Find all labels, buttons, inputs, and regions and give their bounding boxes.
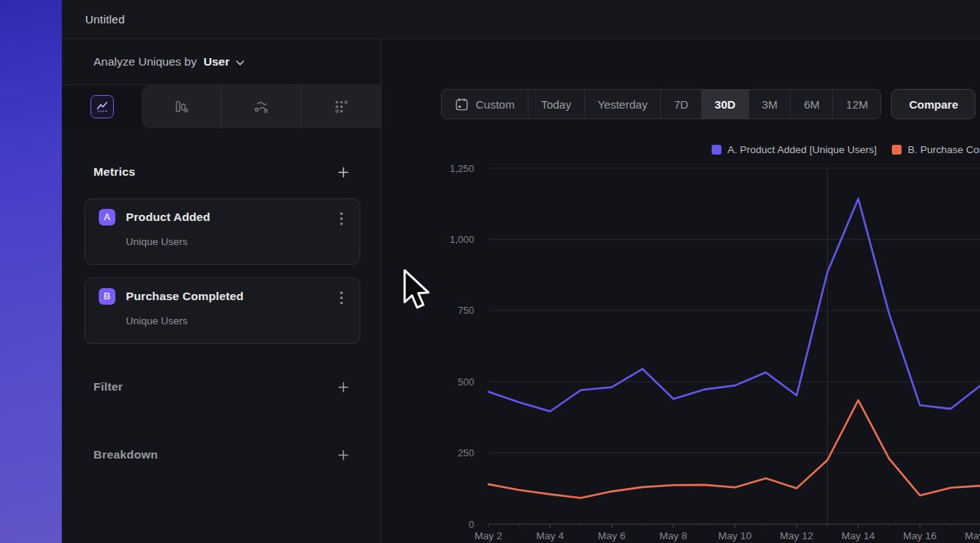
metric-card[interactable]: BPurchase CompletedUnique Users <box>84 278 360 344</box>
date-range-segmented-control: CustomTodayYesterday7D30D3M6M12M <box>441 89 881 119</box>
y-tick-label: 1,000 <box>449 234 474 245</box>
range-12m[interactable]: 12M <box>832 90 880 118</box>
legend-item[interactable]: A. Product Added [Unique Users] <box>712 144 877 155</box>
range-7d[interactable]: 7D <box>660 90 701 118</box>
bar-chart-icon <box>173 99 189 115</box>
tab-bar-chart[interactable] <box>142 85 221 128</box>
tab-flow-chart[interactable] <box>221 85 301 128</box>
kebab-menu-icon[interactable] <box>335 212 348 225</box>
filter-section-header: Filter <box>62 376 381 398</box>
series-line <box>488 198 980 411</box>
analyze-by-row: Analyze Uniques by User <box>62 39 381 85</box>
dots-grid-icon <box>333 99 349 115</box>
x-tick-label: May 18 <box>965 530 980 541</box>
chart-type-tab-group <box>142 85 381 128</box>
app-gradient-rail <box>0 0 62 543</box>
metrics-label: Metrics <box>93 165 136 179</box>
chart-legend: A. Product Added [Unique Users]B. Purcha… <box>712 144 980 155</box>
plus-icon[interactable] <box>338 449 349 461</box>
report-title[interactable]: Untitled <box>85 13 124 26</box>
legend-label: B. Purchase Completed [Unique Users] <box>908 144 980 155</box>
chart-panel: CustomTodayYesterday7D30D3M6M12M Compare… <box>381 39 980 543</box>
tab-dots-grid[interactable] <box>301 85 381 128</box>
filter-label: Filter <box>93 380 123 394</box>
x-tick-label: May 16 <box>903 530 936 541</box>
x-tick-label: May 6 <box>598 530 626 541</box>
tab-line-chart[interactable] <box>62 85 142 128</box>
x-tick-label: May 4 <box>536 530 564 541</box>
metric-subtitle: Unique Users <box>126 315 348 327</box>
metric-badge: B <box>99 288 115 305</box>
x-tick-label: May 12 <box>780 530 813 541</box>
range-6m[interactable]: 6M <box>790 90 832 118</box>
y-tick-label: 250 <box>458 447 474 459</box>
x-tick-label: May 8 <box>660 530 688 541</box>
line-chart-icon <box>95 100 109 114</box>
range-30d[interactable]: 30D <box>701 90 749 118</box>
legend-item[interactable]: B. Purchase Completed [Unique Users] <box>892 144 980 155</box>
metrics-section-header: Metrics <box>62 161 381 183</box>
metric-subtitle: Unique Users <box>126 236 348 247</box>
analyze-by-value[interactable]: User <box>204 55 229 69</box>
legend-label: A. Product Added [Unique Users] <box>727 144 877 155</box>
range-yesterday[interactable]: Yesterday <box>584 90 660 118</box>
legend-swatch <box>712 145 721 155</box>
query-builder-panel: Analyze Uniques by User <box>62 39 381 543</box>
y-tick-label: 0 <box>469 519 474 530</box>
plus-icon[interactable] <box>338 382 349 393</box>
line-chart[interactable]: 02505007501,0001,250May 2May 4May 6May 8… <box>381 158 980 543</box>
kebab-menu-icon[interactable] <box>335 291 348 305</box>
metric-badge: A <box>99 209 115 225</box>
date-range-toolbar: CustomTodayYesterday7D30D3M6M12M Compare <box>441 89 975 119</box>
x-tick-label: May 10 <box>718 530 752 541</box>
compare-button[interactable]: Compare <box>891 89 975 119</box>
breakdown-section-header: Breakdown <box>62 443 381 466</box>
x-tick-label: May 2 <box>475 530 503 541</box>
metric-card[interactable]: AProduct AddedUnique Users <box>84 198 360 265</box>
plus-icon[interactable] <box>338 167 349 178</box>
top-bar: Untitled <box>62 0 980 39</box>
analyze-by-label: Analyze Uniques by <box>93 55 197 69</box>
y-tick-label: 750 <box>458 305 474 316</box>
metric-title: Purchase Completed <box>126 290 243 303</box>
flow-chart-icon <box>253 99 270 115</box>
calendar-icon <box>455 97 469 112</box>
series-line <box>488 400 980 499</box>
y-tick-label: 500 <box>458 376 474 388</box>
y-tick-label: 1,250 <box>449 163 474 174</box>
range-custom[interactable]: Custom <box>442 90 528 118</box>
range-today[interactable]: Today <box>528 90 584 118</box>
range-3m[interactable]: 3M <box>749 90 791 118</box>
breakdown-label: Breakdown <box>93 448 158 462</box>
x-tick-label: May 14 <box>841 530 875 541</box>
metric-title: Product Added <box>126 210 210 224</box>
legend-swatch <box>892 145 902 155</box>
chevron-down-icon[interactable] <box>236 60 244 66</box>
chart-type-tabs <box>62 85 381 128</box>
